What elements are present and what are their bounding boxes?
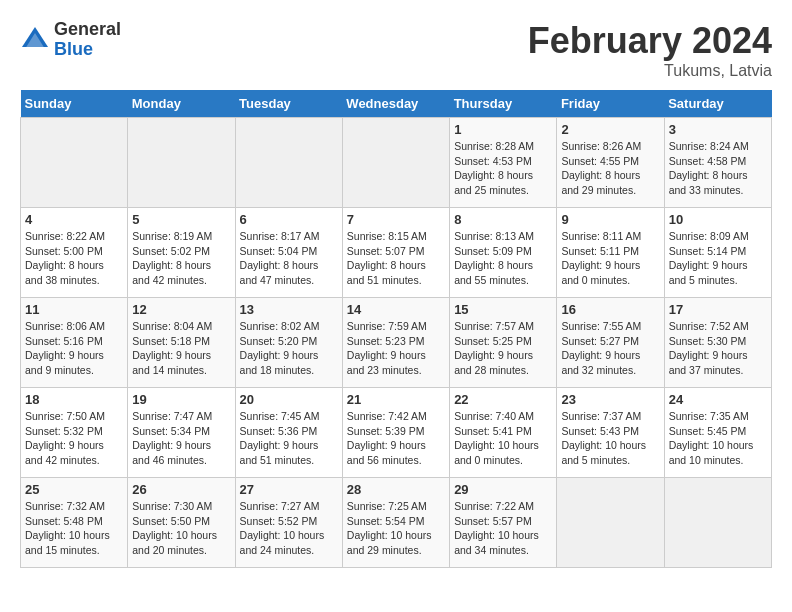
weekday-header-thursday: Thursday (450, 90, 557, 118)
calendar-cell: 10Sunrise: 8:09 AMSunset: 5:14 PMDayligh… (664, 208, 771, 298)
week-row-5: 25Sunrise: 7:32 AMSunset: 5:48 PMDayligh… (21, 478, 772, 568)
title-area: February 2024 Tukums, Latvia (528, 20, 772, 80)
day-info: Sunrise: 8:02 AMSunset: 5:20 PMDaylight:… (240, 319, 338, 378)
day-info: Sunrise: 8:04 AMSunset: 5:18 PMDaylight:… (132, 319, 230, 378)
calendar-cell: 20Sunrise: 7:45 AMSunset: 5:36 PMDayligh… (235, 388, 342, 478)
calendar-cell: 3Sunrise: 8:24 AMSunset: 4:58 PMDaylight… (664, 118, 771, 208)
day-number: 23 (561, 392, 659, 407)
day-number: 19 (132, 392, 230, 407)
day-info: Sunrise: 7:47 AMSunset: 5:34 PMDaylight:… (132, 409, 230, 468)
weekday-header-sunday: Sunday (21, 90, 128, 118)
location-label: Tukums, Latvia (528, 62, 772, 80)
week-row-3: 11Sunrise: 8:06 AMSunset: 5:16 PMDayligh… (21, 298, 772, 388)
day-number: 5 (132, 212, 230, 227)
weekday-header-saturday: Saturday (664, 90, 771, 118)
day-info: Sunrise: 8:22 AMSunset: 5:00 PMDaylight:… (25, 229, 123, 288)
day-number: 10 (669, 212, 767, 227)
calendar-cell (128, 118, 235, 208)
day-number: 27 (240, 482, 338, 497)
calendar-cell: 8Sunrise: 8:13 AMSunset: 5:09 PMDaylight… (450, 208, 557, 298)
calendar-cell: 24Sunrise: 7:35 AMSunset: 5:45 PMDayligh… (664, 388, 771, 478)
calendar-cell: 16Sunrise: 7:55 AMSunset: 5:27 PMDayligh… (557, 298, 664, 388)
day-number: 12 (132, 302, 230, 317)
day-number: 20 (240, 392, 338, 407)
calendar-cell: 25Sunrise: 7:32 AMSunset: 5:48 PMDayligh… (21, 478, 128, 568)
day-number: 3 (669, 122, 767, 137)
day-number: 21 (347, 392, 445, 407)
day-number: 1 (454, 122, 552, 137)
calendar-cell: 13Sunrise: 8:02 AMSunset: 5:20 PMDayligh… (235, 298, 342, 388)
day-number: 11 (25, 302, 123, 317)
calendar-cell: 1Sunrise: 8:28 AMSunset: 4:53 PMDaylight… (450, 118, 557, 208)
calendar-cell: 14Sunrise: 7:59 AMSunset: 5:23 PMDayligh… (342, 298, 449, 388)
calendar-cell (235, 118, 342, 208)
day-number: 2 (561, 122, 659, 137)
calendar-cell: 2Sunrise: 8:26 AMSunset: 4:55 PMDaylight… (557, 118, 664, 208)
day-number: 7 (347, 212, 445, 227)
day-number: 15 (454, 302, 552, 317)
day-number: 18 (25, 392, 123, 407)
calendar-cell: 15Sunrise: 7:57 AMSunset: 5:25 PMDayligh… (450, 298, 557, 388)
calendar-cell: 26Sunrise: 7:30 AMSunset: 5:50 PMDayligh… (128, 478, 235, 568)
day-number: 26 (132, 482, 230, 497)
day-number: 17 (669, 302, 767, 317)
day-info: Sunrise: 8:15 AMSunset: 5:07 PMDaylight:… (347, 229, 445, 288)
day-number: 4 (25, 212, 123, 227)
day-info: Sunrise: 8:24 AMSunset: 4:58 PMDaylight:… (669, 139, 767, 198)
calendar-cell: 5Sunrise: 8:19 AMSunset: 5:02 PMDaylight… (128, 208, 235, 298)
week-row-1: 1Sunrise: 8:28 AMSunset: 4:53 PMDaylight… (21, 118, 772, 208)
day-info: Sunrise: 7:22 AMSunset: 5:57 PMDaylight:… (454, 499, 552, 558)
calendar-cell: 19Sunrise: 7:47 AMSunset: 5:34 PMDayligh… (128, 388, 235, 478)
calendar-cell: 4Sunrise: 8:22 AMSunset: 5:00 PMDaylight… (21, 208, 128, 298)
day-info: Sunrise: 7:27 AMSunset: 5:52 PMDaylight:… (240, 499, 338, 558)
day-info: Sunrise: 7:59 AMSunset: 5:23 PMDaylight:… (347, 319, 445, 378)
calendar-cell (21, 118, 128, 208)
weekday-header-wednesday: Wednesday (342, 90, 449, 118)
calendar-cell: 12Sunrise: 8:04 AMSunset: 5:18 PMDayligh… (128, 298, 235, 388)
calendar-header-row: SundayMondayTuesdayWednesdayThursdayFrid… (21, 90, 772, 118)
calendar-table: SundayMondayTuesdayWednesdayThursdayFrid… (20, 90, 772, 568)
logo-general-label: General (54, 20, 121, 40)
calendar-cell: 18Sunrise: 7:50 AMSunset: 5:32 PMDayligh… (21, 388, 128, 478)
day-info: Sunrise: 7:35 AMSunset: 5:45 PMDaylight:… (669, 409, 767, 468)
day-info: Sunrise: 8:19 AMSunset: 5:02 PMDaylight:… (132, 229, 230, 288)
calendar-cell: 17Sunrise: 7:52 AMSunset: 5:30 PMDayligh… (664, 298, 771, 388)
day-info: Sunrise: 7:30 AMSunset: 5:50 PMDaylight:… (132, 499, 230, 558)
calendar-cell: 11Sunrise: 8:06 AMSunset: 5:16 PMDayligh… (21, 298, 128, 388)
day-number: 24 (669, 392, 767, 407)
calendar-cell: 21Sunrise: 7:42 AMSunset: 5:39 PMDayligh… (342, 388, 449, 478)
day-number: 8 (454, 212, 552, 227)
calendar-cell (664, 478, 771, 568)
day-info: Sunrise: 8:28 AMSunset: 4:53 PMDaylight:… (454, 139, 552, 198)
calendar-cell: 23Sunrise: 7:37 AMSunset: 5:43 PMDayligh… (557, 388, 664, 478)
calendar-cell: 28Sunrise: 7:25 AMSunset: 5:54 PMDayligh… (342, 478, 449, 568)
calendar-cell (557, 478, 664, 568)
logo-icon (20, 25, 50, 55)
day-info: Sunrise: 7:40 AMSunset: 5:41 PMDaylight:… (454, 409, 552, 468)
calendar-cell: 7Sunrise: 8:15 AMSunset: 5:07 PMDaylight… (342, 208, 449, 298)
day-number: 16 (561, 302, 659, 317)
day-info: Sunrise: 8:09 AMSunset: 5:14 PMDaylight:… (669, 229, 767, 288)
calendar-cell: 27Sunrise: 7:27 AMSunset: 5:52 PMDayligh… (235, 478, 342, 568)
day-number: 25 (25, 482, 123, 497)
calendar-cell: 9Sunrise: 8:11 AMSunset: 5:11 PMDaylight… (557, 208, 664, 298)
day-info: Sunrise: 8:17 AMSunset: 5:04 PMDaylight:… (240, 229, 338, 288)
day-info: Sunrise: 7:55 AMSunset: 5:27 PMDaylight:… (561, 319, 659, 378)
day-number: 28 (347, 482, 445, 497)
day-info: Sunrise: 8:26 AMSunset: 4:55 PMDaylight:… (561, 139, 659, 198)
month-title: February 2024 (528, 20, 772, 62)
day-info: Sunrise: 7:50 AMSunset: 5:32 PMDaylight:… (25, 409, 123, 468)
week-row-4: 18Sunrise: 7:50 AMSunset: 5:32 PMDayligh… (21, 388, 772, 478)
weekday-header-tuesday: Tuesday (235, 90, 342, 118)
day-number: 13 (240, 302, 338, 317)
day-info: Sunrise: 7:52 AMSunset: 5:30 PMDaylight:… (669, 319, 767, 378)
day-number: 29 (454, 482, 552, 497)
calendar-cell: 22Sunrise: 7:40 AMSunset: 5:41 PMDayligh… (450, 388, 557, 478)
day-info: Sunrise: 8:13 AMSunset: 5:09 PMDaylight:… (454, 229, 552, 288)
day-info: Sunrise: 7:42 AMSunset: 5:39 PMDaylight:… (347, 409, 445, 468)
calendar-cell (342, 118, 449, 208)
calendar-cell: 6Sunrise: 8:17 AMSunset: 5:04 PMDaylight… (235, 208, 342, 298)
day-number: 9 (561, 212, 659, 227)
day-info: Sunrise: 7:32 AMSunset: 5:48 PMDaylight:… (25, 499, 123, 558)
day-info: Sunrise: 8:11 AMSunset: 5:11 PMDaylight:… (561, 229, 659, 288)
